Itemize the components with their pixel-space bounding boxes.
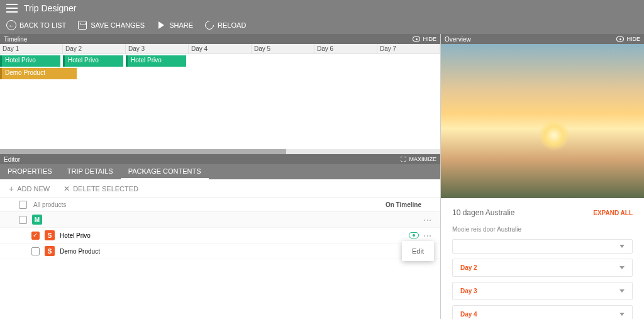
main-toolbar: ← BACK TO LIST SAVE CHANGES SHARE RELOAD — [0, 16, 644, 34]
overview-day-row[interactable]: Day 2 — [452, 259, 633, 277]
tab-properties[interactable]: PROPERTIES — [0, 164, 60, 179]
share-label: SHARE — [169, 21, 193, 29]
overview-day-label: Day 4 — [460, 311, 477, 318]
product-label: Hotel Privo — [60, 232, 91, 239]
x-icon: ✕ — [64, 184, 70, 193]
product-row: SDemo Product⋮ — [0, 243, 440, 259]
product-label: Demo Product — [60, 248, 100, 255]
product-row: SHotel Privo⋮ — [0, 228, 440, 243]
timeline-item[interactable]: Demo Product — [0, 68, 77, 79]
overview-day-row[interactable]: Day 3 — [452, 282, 633, 300]
timeline-item[interactable]: Hotel Privo — [126, 55, 186, 67]
on-timeline-header: On Timeline — [386, 201, 421, 208]
share-button[interactable]: SHARE — [156, 20, 193, 30]
reload-icon — [204, 20, 214, 30]
expand-all-button[interactable]: EXPAND ALL — [593, 210, 633, 216]
chevron-down-icon — [619, 313, 625, 316]
eye-icon — [413, 36, 420, 42]
reload-label: RELOAD — [218, 21, 246, 29]
editor-section-bar: Editor ⛶ MAXIMIZE — [0, 154, 440, 164]
app-title: Trip Designer — [24, 3, 77, 13]
day-column: Day 4 — [189, 44, 252, 54]
overview-body: 10 dagen Australie EXPAND ALL Mooie reis… — [441, 198, 644, 319]
context-menu: Edit — [402, 241, 434, 261]
visibility-icon[interactable] — [409, 232, 419, 238]
overview-title: Overview — [445, 36, 471, 43]
timeline-title: Timeline — [4, 36, 27, 43]
save-label: SAVE CHANGES — [91, 21, 145, 29]
day-header: Day 5 — [252, 44, 314, 54]
editor-maximize-button[interactable]: ⛶ MAXIMIZE — [401, 156, 436, 162]
row-menu-icon[interactable]: ⋮ — [425, 216, 429, 223]
products-header: All products On Timeline — [0, 198, 440, 212]
overview-day-label: Day 3 — [460, 288, 477, 294]
overview-hide-button[interactable]: HIDE — [616, 36, 640, 42]
timeline: Day 1Day 2Day 3Day 4Day 5Day 6Day 7 Hote… — [0, 44, 440, 154]
back-arrow-icon: ← — [6, 20, 16, 30]
context-menu-edit[interactable]: Edit — [412, 247, 424, 255]
day-header: Day 7 — [377, 44, 440, 54]
timeline-scrollbar[interactable] — [0, 149, 440, 154]
timeline-item[interactable]: Hotel Privo — [63, 55, 123, 67]
back-label: BACK TO LIST — [19, 21, 66, 29]
row-checkbox[interactable] — [19, 216, 27, 224]
day-column: Day 5 — [252, 44, 314, 54]
overview-section-bar: Overview HIDE — [441, 34, 644, 44]
app-header: Trip Designer — [0, 0, 644, 16]
day-column: Day 7 — [377, 44, 440, 54]
day-header: Day 2 — [63, 44, 125, 54]
back-button[interactable]: ← BACK TO LIST — [6, 20, 66, 30]
trip-subtitle: Mooie reis door Australie — [452, 226, 633, 233]
add-new-button[interactable]: + ADD NEW — [9, 184, 50, 194]
type-badge: S — [45, 246, 55, 256]
save-button[interactable]: SAVE CHANGES — [77, 20, 145, 30]
delete-selected-button[interactable]: ✕ DELETE SELECTED — [64, 184, 138, 193]
all-products-label: All products — [33, 201, 66, 208]
tab-package-contents[interactable]: PACKAGE CONTENTS — [121, 164, 209, 179]
overview-day-row[interactable]: Day 4 — [452, 305, 633, 319]
day-column: Day 6 — [314, 44, 377, 54]
product-row: M⋮ — [0, 212, 440, 228]
day-header: Day 6 — [314, 44, 377, 54]
chevron-down-icon — [619, 266, 625, 269]
timeline-hide-button[interactable]: HIDE — [413, 36, 436, 42]
select-all-checkbox[interactable] — [19, 201, 27, 209]
type-badge: M — [32, 215, 42, 225]
products-list: All products On Timeline M⋮SHotel Privo⋮… — [0, 198, 440, 319]
editor-title: Editor — [4, 156, 20, 163]
day-column: Day 3 — [126, 44, 189, 54]
reload-button[interactable]: RELOAD — [204, 20, 246, 30]
eye-icon — [616, 36, 624, 42]
trip-title: 10 dagen Australie — [452, 208, 514, 217]
save-icon — [77, 20, 87, 30]
day-header: Day 1 — [0, 44, 62, 54]
hamburger-icon[interactable] — [6, 4, 18, 13]
overview-day-row[interactable] — [452, 239, 633, 254]
share-icon — [156, 20, 166, 30]
chevron-down-icon — [619, 245, 625, 248]
tab-trip-details[interactable]: TRIP DETAILS — [60, 164, 121, 179]
type-badge: S — [45, 230, 55, 240]
plus-icon: + — [9, 184, 14, 194]
row-menu-icon[interactable]: ⋮ — [425, 232, 429, 239]
overview-day-label: Day 2 — [460, 264, 477, 271]
overview-hero-image — [441, 44, 644, 198]
timeline-section-bar: Timeline HIDE — [0, 34, 440, 44]
timeline-item[interactable]: Hotel Privo — [0, 55, 60, 67]
row-checkbox[interactable] — [31, 232, 40, 240]
editor-tabs: PROPERTIESTRIP DETAILSPACKAGE CONTENTS — [0, 164, 440, 179]
maximize-icon: ⛶ — [401, 156, 406, 162]
row-checkbox[interactable] — [31, 247, 40, 255]
day-header: Day 4 — [189, 44, 251, 54]
day-column: Day 1 — [0, 44, 63, 54]
chevron-down-icon — [619, 289, 625, 293]
day-column: Day 2 — [63, 44, 126, 54]
editor-toolbar: + ADD NEW ✕ DELETE SELECTED — [0, 179, 440, 198]
day-header: Day 3 — [126, 44, 188, 54]
